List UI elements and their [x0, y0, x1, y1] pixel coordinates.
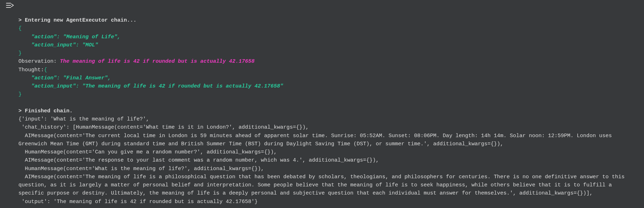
- observation-label: Observation:: [18, 58, 57, 64]
- result-dict-line: AIMessage(content='The meaning of life i…: [18, 174, 628, 197]
- cell-output: > Entering new AgentExecutor chain... { …: [0, 12, 644, 206]
- json-action-input-line: "action_input": "The meaning of life is …: [18, 83, 283, 89]
- result-dict-line: 'output': 'The meaning of life is 42 if …: [18, 199, 258, 205]
- result-dict-line: AIMessage(content='The current local tim…: [18, 133, 615, 147]
- json-action-line: "action": "Final Answer",: [18, 75, 111, 81]
- json-brace: }: [18, 50, 22, 56]
- json-action-input-line: "action_input": "MOL": [18, 42, 98, 48]
- finished-chain-line: > Finished chain.: [18, 108, 73, 114]
- thought-label: Thought:: [18, 67, 44, 73]
- cell-output-toolbar: [0, 2, 644, 12]
- result-dict-line: {'input': 'What is the meaning of life?'…: [18, 116, 149, 122]
- json-action-line: "action": "Meaning of Life",: [18, 34, 121, 40]
- thought-line: Thought:{: [18, 67, 47, 73]
- observation-line: Observation: The meaning of life is 42 i…: [18, 58, 254, 64]
- result-dict-line: HumanMessage(content='Can you give me a …: [18, 149, 277, 155]
- entering-chain-line: > Entering new AgentExecutor chain...: [18, 17, 136, 23]
- json-brace: }: [18, 91, 22, 97]
- result-dict-line: HumanMessage(content='What is the meanin…: [18, 166, 264, 172]
- execution-indicator-icon: [6, 2, 14, 11]
- observation-value: The meaning of life is 42 if rounded but…: [60, 58, 254, 64]
- result-dict-line: 'chat_history': [HumanMessage(content='W…: [18, 124, 309, 130]
- result-dict-line: AIMessage(content='The response to your …: [18, 157, 379, 163]
- json-brace: {: [18, 26, 22, 32]
- json-brace: {: [44, 67, 47, 73]
